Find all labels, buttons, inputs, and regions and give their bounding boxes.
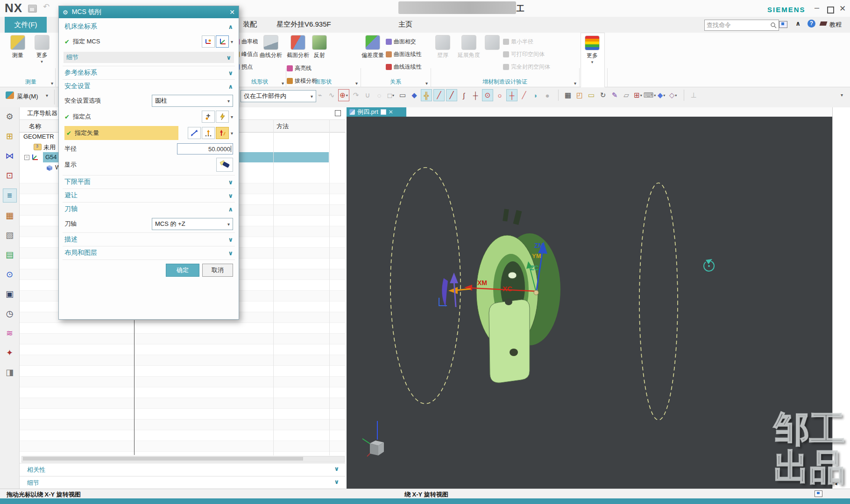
safety-option-combo[interactable]: 圆柱 ▾: [152, 95, 233, 107]
snap-grayed-icon[interactable]: ⌁: [315, 90, 325, 101]
command-search-input[interactable]: 查找命令: [704, 20, 779, 31]
radius-input[interactable]: 50.0000: [177, 143, 233, 154]
selection-filter-icon[interactable]: ⊕▾: [338, 89, 349, 101]
details-collapsible-bar[interactable]: 细节 ∨: [64, 52, 234, 63]
menu-button[interactable]: 菜单(M): [17, 92, 38, 101]
curve-continuity-item[interactable]: 曲线连续性: [386, 61, 422, 73]
circle-center-icon[interactable]: ⊙: [482, 89, 493, 101]
section-reference-csys[interactable]: 参考坐标系 ∨: [63, 66, 235, 79]
specify-mcs-row[interactable]: ✔ 指定 MCS ▾: [63, 33, 235, 50]
operation-navigator-icon[interactable]: ≡: [3, 189, 17, 203]
tab-close-icon[interactable]: ✕: [389, 109, 393, 115]
edit-display-icon[interactable]: ✎: [609, 90, 620, 101]
overhang-angle-button[interactable]: 延展角度: [456, 35, 482, 59]
status-monitor-icon[interactable]: [815, 490, 822, 497]
section-machine-csys[interactable]: 机床坐标系 ∧: [63, 20, 235, 33]
vector-dialog-button[interactable]: [216, 127, 229, 139]
tab-home[interactable]: 主页: [398, 20, 412, 29]
tutorial-cap-icon[interactable]: [820, 21, 828, 26]
horizontal-scrollbar[interactable]: [21, 456, 345, 462]
color-palette-icon[interactable]: ≋: [3, 327, 16, 340]
section-description[interactable]: 描述 ∨: [63, 232, 235, 246]
group-label-relations[interactable]: 关系▾: [361, 78, 430, 86]
thin-line-icon[interactable]: ╱: [519, 90, 529, 101]
layers-icon[interactable]: ▤: [3, 248, 16, 261]
machining-features-icon[interactable]: ▦: [3, 209, 16, 222]
grayed-validate-button[interactable]: [483, 35, 501, 50]
group-label-measure[interactable]: 测量▾: [7, 78, 55, 86]
grab-grayed-icon[interactable]: ∪: [362, 90, 373, 101]
handles-icon[interactable]: ╬: [421, 89, 432, 101]
section-lower-limit-plane[interactable]: 下限平面 ∨: [63, 175, 235, 189]
group-label-curve-shape[interactable]: 线形状▾: [234, 78, 286, 86]
curve-analysis-button[interactable]: 曲线分析: [260, 35, 282, 59]
templates-icon[interactable]: ▧: [3, 229, 16, 242]
tools-icon[interactable]: ✦: [3, 346, 16, 359]
dialog-title-bar[interactable]: ⚙ MCS 铣削 ✕: [59, 6, 239, 18]
line-point-icon[interactable]: ╱: [446, 89, 457, 101]
measure-more-button[interactable]: 更多 ▾: [31, 35, 53, 64]
panel-maximize-icon[interactable]: [335, 110, 341, 116]
measure-button[interactable]: 测量: [7, 35, 29, 59]
tab-plugin[interactable]: 星空外挂V6.935F: [276, 20, 331, 29]
fullscreen-icon[interactable]: [779, 21, 787, 28]
section-analysis-button[interactable]: 截面分析: [287, 35, 309, 59]
fit-view-icon[interactable]: ▭: [586, 90, 596, 101]
group-label-additive[interactable]: 增材制造设计验证▾: [432, 78, 578, 86]
dashed-circle-icon[interactable]: ◌: [374, 90, 384, 101]
plus-snap-icon[interactable]: ┼: [506, 89, 517, 101]
graphics-window[interactable]: XC XM ZM YM ZC: [347, 117, 832, 489]
minimize-ribbon-icon[interactable]: ∧: [795, 20, 800, 27]
curve-grayed-icon[interactable]: ∿: [326, 90, 337, 101]
cylinder-icon[interactable]: ▭: [397, 90, 408, 101]
edges-view-icon[interactable]: ◇▾: [668, 90, 678, 101]
point-dialog-button[interactable]: [202, 111, 215, 123]
table-icon[interactable]: ▦: [558, 90, 573, 101]
dependencies-section[interactable]: 相关性 ∨: [20, 463, 346, 476]
marquee-select-icon[interactable]: □▾: [386, 90, 396, 101]
surface-continuity-item[interactable]: 曲面连续性: [386, 48, 422, 61]
sphere-grayed-icon[interactable]: ●: [542, 90, 552, 101]
scrollbar-thumb[interactable]: [23, 457, 303, 461]
face-snap-icon[interactable]: ◗: [531, 90, 541, 101]
line-icon[interactable]: ╱: [433, 89, 445, 101]
spline-icon[interactable]: ∫: [459, 90, 469, 101]
scope-combo[interactable]: 仅在工作部件内 ▾: [241, 90, 316, 102]
help-icon[interactable]: ?: [808, 20, 815, 28]
reflection-button[interactable]: 反射: [311, 35, 328, 59]
cube-icon[interactable]: ◆: [409, 90, 419, 101]
part-navigator-icon[interactable]: ⊡: [3, 169, 16, 182]
enclosed-volume-item[interactable]: 完全封闭空间体: [503, 61, 550, 73]
chevron-down-icon[interactable]: ▾: [231, 39, 233, 44]
group-label-face-shape[interactable]: 面形状▾: [287, 78, 360, 86]
axis-cross-icon[interactable]: ┼: [470, 90, 481, 101]
details-section[interactable]: 细节 ∨: [20, 476, 346, 489]
wall-thickness-button[interactable]: 壁厚: [432, 35, 454, 59]
csys-triad-button[interactable]: [216, 35, 229, 48]
touch-mode-icon[interactable]: ◨: [3, 366, 16, 379]
two-point-vector-button[interactable]: [188, 127, 201, 139]
specify-vector-row[interactable]: ✔ 指定矢量 ▾: [63, 125, 235, 141]
history-icon[interactable]: ◷: [3, 307, 16, 320]
csys-dialog-button[interactable]: [202, 35, 215, 48]
maximize-icon[interactable]: [827, 7, 834, 14]
collapse-icon[interactable]: −: [24, 155, 29, 160]
tool-axis-combo[interactable]: MCS 的 +Z ▾: [152, 218, 233, 230]
tutorial-label[interactable]: 教程: [829, 21, 842, 29]
tab-file[interactable]: 文件(F): [5, 17, 47, 33]
redo-grayed-icon[interactable]: ↷: [351, 90, 361, 101]
flashlight-icon[interactable]: [216, 158, 233, 172]
cancel-button[interactable]: 取消: [202, 264, 233, 277]
undo-icon[interactable]: ↶: [43, 2, 50, 12]
assembly-navigator-icon[interactable]: ⊞: [3, 130, 16, 143]
part-tab[interactable]: 例四.prt ✕: [347, 107, 406, 117]
autojudge-point-button[interactable]: [216, 111, 229, 123]
min-radius-item[interactable]: 最小半径: [503, 35, 550, 48]
chevron-down-icon[interactable]: ▾: [231, 114, 233, 119]
ok-button[interactable]: 确定: [166, 264, 199, 277]
shaded-view-icon[interactable]: ◆▾: [656, 90, 666, 101]
sheet-icon[interactable]: ▱: [621, 90, 631, 101]
show-hide-icon[interactable]: ⌨▾: [645, 90, 655, 101]
surface-intersection-item[interactable]: 曲面相交: [386, 35, 422, 48]
normal-vector-button[interactable]: [202, 127, 215, 139]
